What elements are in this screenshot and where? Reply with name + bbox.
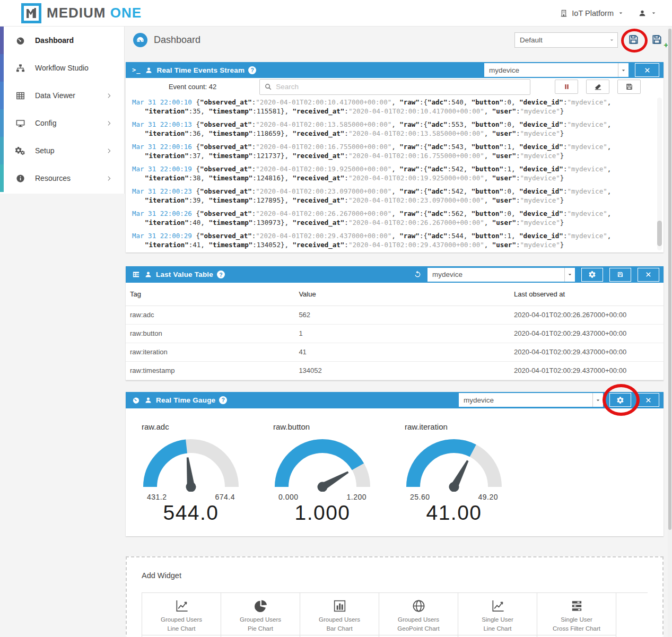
tile-label-line1: Single User xyxy=(482,616,513,623)
sitemap-icon xyxy=(15,63,25,73)
tile-label-line2: GeoPoint Chart xyxy=(397,625,439,632)
add-widget-tile[interactable] xyxy=(458,635,537,637)
user-menu[interactable] xyxy=(638,9,657,18)
gauge-value: 544.0 xyxy=(141,501,241,525)
table-cell: raw:timestamp xyxy=(126,361,294,380)
eraser-icon xyxy=(594,83,602,91)
page-header: Dashboard Default + xyxy=(125,27,672,54)
gauge-body: raw.adc431.2674.4544.0raw.button0.0001.2… xyxy=(126,408,664,536)
lvt-device-select[interactable]: mydevice xyxy=(427,268,575,282)
help-icon[interactable]: ? xyxy=(248,66,256,74)
help-icon[interactable]: ? xyxy=(219,396,227,404)
gauge-raw.adc: raw.adc431.2674.4544.0 xyxy=(141,422,268,536)
chevron-down-icon xyxy=(620,67,627,74)
add-widget-tile[interactable] xyxy=(142,635,221,637)
sidebar: DashboardWorkflow StudioData ViewerConfi… xyxy=(0,27,125,194)
gauge-raw.button: raw.button0.0001.2001.000 xyxy=(272,422,399,536)
table-icon xyxy=(132,270,140,278)
building-icon xyxy=(560,9,568,18)
last-value-table-widget: Last Value Table ? mydevice TagValueLast… xyxy=(126,266,664,380)
add-widget-tile-cross-filter-chart[interactable]: Single UserCross Filter Chart xyxy=(537,593,616,635)
user-icon xyxy=(144,396,152,404)
gear-icon xyxy=(616,396,624,404)
chevron-down-icon xyxy=(650,10,657,16)
column-header: Last observed at xyxy=(510,283,664,306)
chevron-right-icon xyxy=(106,147,112,154)
platform-menu[interactable]: IoT Platform xyxy=(560,9,624,18)
tile-label-line1: Grouped Users xyxy=(240,616,281,623)
chevron-right-icon xyxy=(106,92,112,99)
pause-stream-button[interactable] xyxy=(555,80,578,94)
table-cell: 41 xyxy=(294,343,510,361)
sidebar-item-data-viewer[interactable]: Data Viewer xyxy=(0,82,124,109)
chevron-down-icon xyxy=(608,37,615,43)
sidebar-item-setup[interactable]: Setup xyxy=(0,137,124,164)
close-widget-button[interactable] xyxy=(638,393,659,407)
dashboard-preset-select[interactable]: Default xyxy=(514,32,618,48)
add-widget-tile-geopoint-chart[interactable]: Grouped UsersGeoPoint Chart xyxy=(379,593,458,635)
save-icon xyxy=(617,271,624,278)
sidebar-item-config[interactable]: Config xyxy=(0,109,124,137)
log-scrollbar[interactable] xyxy=(657,98,662,250)
close-icon xyxy=(645,397,652,404)
widget-title: Real Time Events Stream xyxy=(156,66,245,74)
logo-mark-icon xyxy=(21,3,41,23)
search-input[interactable] xyxy=(276,83,526,91)
chevron-down-icon xyxy=(595,397,601,404)
gauge-icon xyxy=(15,36,25,46)
chevron-right-icon xyxy=(106,120,112,127)
gears-icon xyxy=(15,146,25,156)
stream-entry: Mar 31 22:00:26 {"observed_at":"2020-04-… xyxy=(132,210,650,227)
add-widget-tile-line-chart[interactable]: Single UserLine Chart xyxy=(458,593,537,635)
tile-label-line2: Line Chart xyxy=(483,625,511,632)
add-widget-tile[interactable] xyxy=(221,635,300,637)
table-row: raw:button12020-04-01T02:00:29.437000+00… xyxy=(126,324,664,343)
stream-entry: Mar 31 22:00:29 {"observed_at":"2020-04-… xyxy=(132,232,650,249)
sidebar-item-workflow-studio[interactable]: Workflow Studio xyxy=(0,54,124,82)
table-cell: 2020-04-01T02:00:29.437000+00:00 xyxy=(510,361,664,380)
page-scrollbar[interactable] xyxy=(668,27,672,637)
save-dashboard-button[interactable] xyxy=(627,33,641,47)
gauge-min-label: 0.000 xyxy=(278,493,299,501)
lvt-settings-button[interactable] xyxy=(581,268,603,282)
table-row: raw:iteration412020-04-01T02:00:29.43700… xyxy=(126,343,664,361)
table-cell: 134052 xyxy=(294,361,510,380)
brand-name: MEDIUM ONE xyxy=(47,5,142,21)
close-icon xyxy=(645,271,652,278)
chevron-right-icon xyxy=(106,175,112,182)
gauge-label: raw.adc xyxy=(142,422,268,431)
save-as-new-dashboard-button[interactable]: + xyxy=(651,33,665,47)
add-widget-tile-bar-chart[interactable]: Grouped UsersBar Chart xyxy=(300,593,379,635)
monitor-icon xyxy=(15,118,25,128)
add-widget-title: Add Widget xyxy=(142,571,648,580)
add-widget-tile[interactable] xyxy=(379,635,458,637)
gauge-device-select[interactable]: mydevice xyxy=(459,393,603,407)
add-widget-tile[interactable] xyxy=(537,635,616,637)
stream-entry: Mar 31 22:00:23 {"observed_at":"2020-04-… xyxy=(132,187,650,205)
dashboard-icon xyxy=(133,33,147,47)
widget-title: Last Value Table xyxy=(156,270,213,278)
stream-device-select[interactable]: mydevice xyxy=(484,63,629,77)
gauge-raw.iteration: raw.iteration25.6049.2041.00 xyxy=(404,422,531,536)
refresh-icon[interactable] xyxy=(413,270,422,279)
pie-chart-icon xyxy=(254,599,268,613)
close-widget-button[interactable] xyxy=(635,63,659,77)
clear-stream-button[interactable] xyxy=(586,80,609,94)
close-icon xyxy=(644,67,651,74)
save-stream-button[interactable] xyxy=(617,80,641,94)
tile-label-line1: Grouped Users xyxy=(398,616,439,623)
help-icon[interactable]: ? xyxy=(217,270,225,278)
add-widget-tile-pie-chart[interactable]: Grouped UsersPie Chart xyxy=(221,593,300,635)
close-widget-button[interactable] xyxy=(638,268,659,282)
real-time-events-stream-widget: >_ Real Time Events Stream ? mydevice Ev… xyxy=(126,62,664,252)
add-widget-tile-line-chart[interactable]: Grouped UsersLine Chart xyxy=(142,593,221,635)
sidebar-accent-strip xyxy=(0,82,4,109)
sidebar-accent-strip xyxy=(0,27,4,54)
gauge-settings-button[interactable] xyxy=(609,393,631,407)
lvt-save-button[interactable] xyxy=(609,268,631,282)
sidebar-accent-strip xyxy=(0,54,4,82)
add-widget-tile[interactable] xyxy=(300,635,379,637)
table-cell: 1 xyxy=(294,324,510,343)
sidebar-item-dashboard[interactable]: Dashboard xyxy=(0,27,124,54)
sidebar-item-resources[interactable]: Resources xyxy=(0,164,124,192)
